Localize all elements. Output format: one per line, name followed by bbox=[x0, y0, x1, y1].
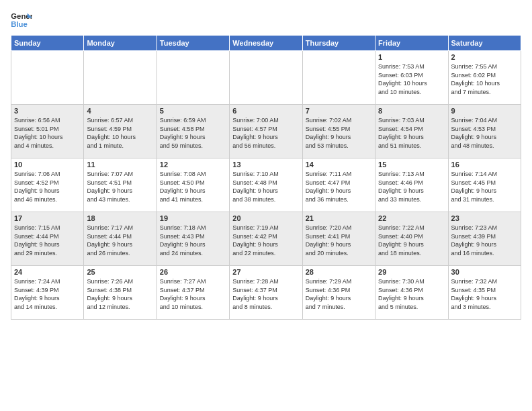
day-info: Sunrise: 6:56 AM Sunset: 5:01 PM Dayligh… bbox=[14, 116, 81, 150]
day-number: 1 bbox=[378, 53, 445, 61]
day-info: Sunrise: 7:14 AM Sunset: 4:45 PM Dayligh… bbox=[451, 170, 518, 203]
day-info: Sunrise: 7:22 AM Sunset: 4:40 PM Dayligh… bbox=[378, 224, 445, 257]
calendar-week-1: 1Sunrise: 7:53 AM Sunset: 6:03 PM Daylig… bbox=[11, 51, 521, 105]
calendar-empty bbox=[11, 51, 84, 105]
calendar-empty bbox=[157, 51, 229, 105]
calendar-week-5: 24Sunrise: 7:24 AM Sunset: 4:39 PM Dayli… bbox=[11, 266, 521, 320]
calendar-day-29: 29Sunrise: 7:30 AM Sunset: 4:36 PM Dayli… bbox=[375, 266, 448, 320]
calendar-day-4: 4Sunrise: 6:57 AM Sunset: 4:59 PM Daylig… bbox=[84, 105, 157, 158]
day-number: 16 bbox=[451, 161, 518, 169]
calendar-day-18: 18Sunrise: 7:17 AM Sunset: 4:44 PM Dayli… bbox=[84, 212, 157, 266]
calendar-empty bbox=[230, 51, 302, 105]
calendar-day-19: 19Sunrise: 7:18 AM Sunset: 4:43 PM Dayli… bbox=[157, 212, 229, 266]
calendar-day-24: 24Sunrise: 7:24 AM Sunset: 4:39 PM Dayli… bbox=[11, 266, 84, 320]
calendar-day-9: 9Sunrise: 7:04 AM Sunset: 4:53 PM Daylig… bbox=[448, 105, 521, 158]
day-info: Sunrise: 7:30 AM Sunset: 4:36 PM Dayligh… bbox=[378, 277, 445, 311]
day-info: Sunrise: 6:57 AM Sunset: 4:59 PM Dayligh… bbox=[87, 116, 153, 150]
day-info: Sunrise: 7:29 AM Sunset: 4:36 PM Dayligh… bbox=[306, 277, 372, 311]
day-number: 26 bbox=[160, 268, 226, 276]
day-info: Sunrise: 6:59 AM Sunset: 4:58 PM Dayligh… bbox=[160, 116, 226, 150]
day-info: Sunrise: 7:03 AM Sunset: 4:54 PM Dayligh… bbox=[378, 116, 445, 150]
day-info: Sunrise: 7:13 AM Sunset: 4:46 PM Dayligh… bbox=[378, 170, 445, 203]
calendar-day-1: 1Sunrise: 7:53 AM Sunset: 6:03 PM Daylig… bbox=[375, 51, 448, 105]
day-info: Sunrise: 7:17 AM Sunset: 4:44 PM Dayligh… bbox=[87, 224, 153, 257]
day-number: 5 bbox=[160, 107, 226, 115]
calendar-week-3: 10Sunrise: 7:06 AM Sunset: 4:52 PM Dayli… bbox=[11, 158, 521, 212]
day-number: 29 bbox=[378, 268, 445, 276]
day-info: Sunrise: 7:24 AM Sunset: 4:39 PM Dayligh… bbox=[14, 277, 81, 311]
weekday-header-thursday: Thursday bbox=[302, 36, 375, 51]
day-info: Sunrise: 7:26 AM Sunset: 4:38 PM Dayligh… bbox=[87, 277, 153, 311]
calendar-day-15: 15Sunrise: 7:13 AM Sunset: 4:46 PM Dayli… bbox=[375, 158, 448, 212]
day-number: 21 bbox=[306, 214, 372, 222]
calendar-day-13: 13Sunrise: 7:10 AM Sunset: 4:48 PM Dayli… bbox=[230, 158, 302, 212]
day-info: Sunrise: 7:19 AM Sunset: 4:42 PM Dayligh… bbox=[232, 224, 299, 257]
day-number: 30 bbox=[451, 268, 518, 276]
day-info: Sunrise: 7:10 AM Sunset: 4:48 PM Dayligh… bbox=[232, 170, 299, 203]
day-number: 27 bbox=[232, 268, 299, 276]
day-number: 28 bbox=[306, 268, 372, 276]
day-number: 15 bbox=[378, 161, 445, 169]
calendar-day-14: 14Sunrise: 7:11 AM Sunset: 4:47 PM Dayli… bbox=[302, 158, 375, 212]
svg-text:Blue: Blue bbox=[11, 20, 28, 28]
logo: General Blue bbox=[11, 11, 32, 30]
day-number: 18 bbox=[87, 214, 153, 222]
day-number: 14 bbox=[306, 161, 372, 169]
day-number: 23 bbox=[451, 214, 518, 222]
day-number: 24 bbox=[14, 268, 81, 276]
day-info: Sunrise: 7:20 AM Sunset: 4:41 PM Dayligh… bbox=[306, 224, 372, 257]
weekday-header-sunday: Sunday bbox=[11, 36, 84, 51]
day-number: 19 bbox=[160, 214, 226, 222]
day-info: Sunrise: 7:53 AM Sunset: 6:03 PM Dayligh… bbox=[378, 62, 445, 96]
calendar-day-11: 11Sunrise: 7:07 AM Sunset: 4:51 PM Dayli… bbox=[84, 158, 157, 212]
day-info: Sunrise: 7:06 AM Sunset: 4:52 PM Dayligh… bbox=[14, 170, 81, 203]
calendar-day-28: 28Sunrise: 7:29 AM Sunset: 4:36 PM Dayli… bbox=[302, 266, 375, 320]
day-number: 9 bbox=[451, 107, 518, 115]
calendar-header-row: SundayMondayTuesdayWednesdayThursdayFrid… bbox=[11, 36, 521, 51]
calendar-day-12: 12Sunrise: 7:08 AM Sunset: 4:50 PM Dayli… bbox=[157, 158, 229, 212]
page-header: General Blue bbox=[11, 11, 521, 30]
day-number: 8 bbox=[378, 107, 445, 115]
day-number: 25 bbox=[87, 268, 153, 276]
day-number: 22 bbox=[378, 214, 445, 222]
day-info: Sunrise: 7:08 AM Sunset: 4:50 PM Dayligh… bbox=[160, 170, 226, 203]
day-info: Sunrise: 7:00 AM Sunset: 4:57 PM Dayligh… bbox=[232, 116, 299, 150]
day-info: Sunrise: 7:11 AM Sunset: 4:47 PM Dayligh… bbox=[306, 170, 372, 203]
logo-icon: General Blue bbox=[11, 11, 32, 30]
weekday-header-friday: Friday bbox=[375, 36, 448, 51]
weekday-header-tuesday: Tuesday bbox=[157, 36, 229, 51]
day-number: 13 bbox=[232, 161, 299, 169]
day-info: Sunrise: 7:18 AM Sunset: 4:43 PM Dayligh… bbox=[160, 224, 226, 257]
day-number: 7 bbox=[306, 107, 372, 115]
calendar-day-8: 8Sunrise: 7:03 AM Sunset: 4:54 PM Daylig… bbox=[375, 105, 448, 158]
calendar-day-3: 3Sunrise: 6:56 AM Sunset: 5:01 PM Daylig… bbox=[11, 105, 84, 158]
day-info: Sunrise: 7:32 AM Sunset: 4:35 PM Dayligh… bbox=[451, 277, 518, 311]
day-info: Sunrise: 7:27 AM Sunset: 4:37 PM Dayligh… bbox=[160, 277, 226, 311]
calendar-week-4: 17Sunrise: 7:15 AM Sunset: 4:44 PM Dayli… bbox=[11, 212, 521, 266]
day-number: 12 bbox=[160, 161, 226, 169]
day-info: Sunrise: 7:23 AM Sunset: 4:39 PM Dayligh… bbox=[451, 224, 518, 257]
calendar-day-30: 30Sunrise: 7:32 AM Sunset: 4:35 PM Dayli… bbox=[448, 266, 521, 320]
day-number: 3 bbox=[14, 107, 81, 115]
calendar-empty bbox=[84, 51, 157, 105]
day-number: 17 bbox=[14, 214, 81, 222]
day-number: 20 bbox=[232, 214, 299, 222]
calendar-day-7: 7Sunrise: 7:02 AM Sunset: 4:55 PM Daylig… bbox=[302, 105, 375, 158]
day-number: 10 bbox=[14, 161, 81, 169]
calendar-day-23: 23Sunrise: 7:23 AM Sunset: 4:39 PM Dayli… bbox=[448, 212, 521, 266]
day-info: Sunrise: 7:28 AM Sunset: 4:37 PM Dayligh… bbox=[232, 277, 299, 311]
calendar-day-16: 16Sunrise: 7:14 AM Sunset: 4:45 PM Dayli… bbox=[448, 158, 521, 212]
calendar-day-2: 2Sunrise: 7:55 AM Sunset: 6:02 PM Daylig… bbox=[448, 51, 521, 105]
weekday-header-saturday: Saturday bbox=[448, 36, 521, 51]
day-info: Sunrise: 7:55 AM Sunset: 6:02 PM Dayligh… bbox=[451, 62, 518, 96]
day-info: Sunrise: 7:07 AM Sunset: 4:51 PM Dayligh… bbox=[87, 170, 153, 203]
day-number: 4 bbox=[87, 107, 153, 115]
day-info: Sunrise: 7:04 AM Sunset: 4:53 PM Dayligh… bbox=[451, 116, 518, 150]
day-number: 11 bbox=[87, 161, 153, 169]
weekday-header-monday: Monday bbox=[84, 36, 157, 51]
day-number: 2 bbox=[451, 53, 518, 61]
calendar-day-6: 6Sunrise: 7:00 AM Sunset: 4:57 PM Daylig… bbox=[230, 105, 302, 158]
calendar-day-20: 20Sunrise: 7:19 AM Sunset: 4:42 PM Dayli… bbox=[230, 212, 302, 266]
weekday-header-wednesday: Wednesday bbox=[230, 36, 302, 51]
calendar-day-27: 27Sunrise: 7:28 AM Sunset: 4:37 PM Dayli… bbox=[230, 266, 302, 320]
